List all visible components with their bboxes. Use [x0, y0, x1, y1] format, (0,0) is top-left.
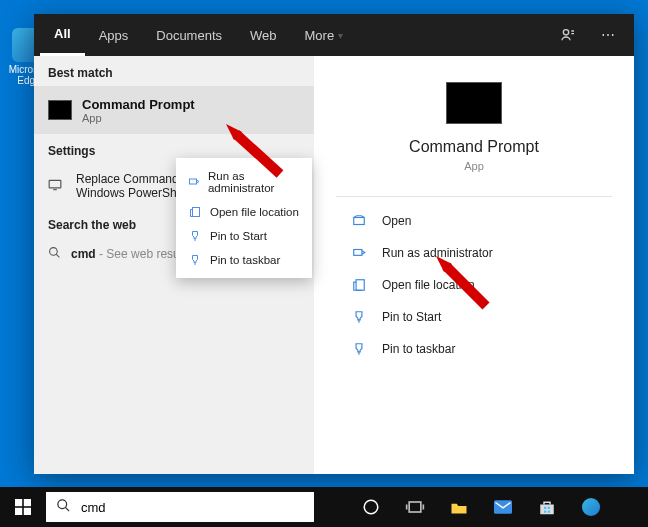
folder-icon	[348, 278, 370, 292]
action-open-label: Open	[382, 214, 411, 228]
action-open[interactable]: Open	[344, 205, 604, 237]
svg-rect-13	[24, 499, 31, 506]
section-best-match: Best match	[34, 56, 314, 86]
pin-taskbar-icon	[348, 342, 370, 356]
app-subtitle: App	[314, 160, 634, 172]
store-icon[interactable]	[535, 495, 559, 519]
app-thumbnail	[446, 82, 502, 124]
ctx-pin-taskbar-label: Pin to taskbar	[210, 254, 280, 266]
svg-rect-12	[15, 499, 22, 506]
svg-rect-20	[544, 506, 546, 508]
ellipsis-icon[interactable]: ⋯	[588, 14, 628, 56]
search-icon	[48, 246, 61, 262]
start-button[interactable]	[0, 487, 46, 527]
monitor-icon	[48, 179, 66, 194]
svg-rect-14	[15, 508, 22, 515]
best-match-sub: App	[82, 112, 195, 124]
svg-rect-4	[193, 208, 200, 217]
svg-rect-23	[548, 510, 550, 512]
svg-rect-5	[354, 218, 365, 225]
cortana-icon[interactable]	[359, 495, 383, 519]
tab-more-label: More	[305, 28, 335, 43]
tab-web[interactable]: Web	[236, 14, 291, 56]
best-match-title: Command Prompt	[82, 97, 195, 112]
taskbar-search[interactable]	[46, 492, 314, 522]
search-panel: All Apps Documents Web More▾ ⋯ Best matc…	[34, 14, 634, 474]
chevron-down-icon: ▾	[338, 30, 343, 41]
svg-point-0	[563, 30, 568, 35]
tab-apps[interactable]: Apps	[85, 14, 143, 56]
taskbar	[0, 487, 648, 527]
svg-rect-6	[354, 250, 362, 256]
explorer-icon[interactable]	[447, 495, 471, 519]
svg-rect-22	[544, 510, 546, 512]
mail-icon[interactable]	[491, 495, 515, 519]
svg-point-16	[58, 499, 67, 508]
svg-rect-18	[409, 502, 421, 512]
svg-rect-7	[356, 280, 364, 291]
tab-all[interactable]: All	[40, 14, 85, 56]
search-input[interactable]	[81, 500, 314, 515]
svg-rect-3	[189, 179, 196, 184]
tabs-bar: All Apps Documents Web More▾ ⋯	[34, 14, 634, 56]
best-match-text: Command Prompt App	[82, 97, 195, 124]
svg-point-2	[50, 248, 58, 256]
action-pin-taskbar[interactable]: Pin to taskbar	[344, 333, 604, 365]
search-icon	[56, 498, 71, 517]
svg-rect-15	[24, 508, 31, 515]
tab-documents[interactable]: Documents	[142, 14, 236, 56]
shield-icon	[348, 246, 370, 260]
pin-start-icon	[348, 310, 370, 324]
svg-line-11	[446, 266, 486, 306]
svg-line-9	[236, 134, 280, 174]
annotation-arrow	[220, 118, 290, 188]
shield-icon	[186, 176, 202, 188]
ctx-pin-start-label: Pin to Start	[210, 230, 267, 242]
feedback-icon[interactable]	[548, 14, 588, 56]
edge-icon[interactable]	[579, 495, 603, 519]
svg-point-17	[364, 500, 378, 514]
pin-start-icon	[186, 230, 204, 242]
ctx-open-location[interactable]: Open file location	[176, 200, 312, 224]
app-title: Command Prompt	[314, 138, 634, 156]
tab-more[interactable]: More▾	[291, 14, 358, 56]
svg-rect-1	[49, 180, 61, 188]
open-icon	[348, 214, 370, 228]
folder-icon	[186, 206, 204, 218]
action-pin-taskbar-label: Pin to taskbar	[382, 342, 455, 356]
task-view-icon[interactable]	[403, 495, 427, 519]
annotation-arrow	[430, 250, 500, 320]
panel-body: Best match Command Prompt App Settings R…	[34, 56, 634, 474]
cmd-icon	[48, 100, 72, 120]
ctx-pin-start[interactable]: Pin to Start	[176, 224, 312, 248]
taskbar-icons	[314, 495, 648, 519]
svg-rect-21	[548, 506, 550, 508]
ctx-pin-taskbar[interactable]: Pin to taskbar	[176, 248, 312, 272]
pin-taskbar-icon	[186, 254, 204, 266]
ctx-open-location-label: Open file location	[210, 206, 299, 218]
web-query: cmd	[71, 247, 96, 261]
